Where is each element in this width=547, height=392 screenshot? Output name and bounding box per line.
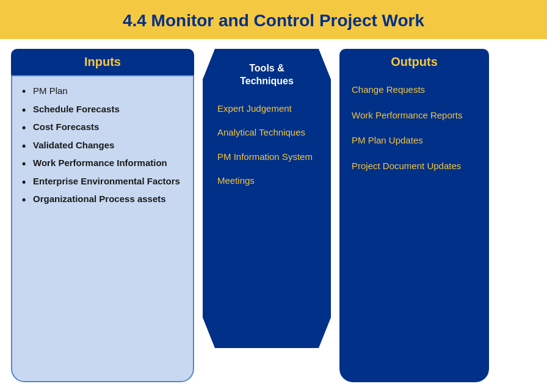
tools-column: Tools &Techniques Expert Judgement Analy…	[203, 49, 331, 382]
outputs-item-work-performance-reports: Work Performance Reports	[352, 109, 477, 122]
outputs-item-pm-plan-updates: PM Plan Updates	[352, 134, 477, 147]
outputs-body: Change Requests Work Performance Reports…	[339, 75, 489, 382]
inputs-body: PM Plan Schedule Forecasts Cost Forecast…	[11, 75, 194, 382]
inputs-list: PM Plan Schedule Forecasts Cost Forecast…	[22, 85, 183, 205]
tools-item-analytical: Analytical Techniques	[212, 126, 321, 139]
list-item: Cost Forecasts	[22, 121, 183, 133]
list-item: Organizational Process assets	[22, 193, 183, 205]
outputs-item-project-document-updates: Project Document Updates	[352, 160, 477, 172]
inputs-header: Inputs	[11, 49, 194, 75]
tools-item-pm-info: PM Information System	[212, 151, 321, 163]
list-item: Enterprise Environmental Factors	[22, 175, 183, 187]
title-banner: 4.4 Monitor and Control Project Work	[0, 0, 547, 39]
page-wrapper: 4.4 Monitor and Control Project Work Inp…	[0, 0, 547, 392]
outputs-item-change-requests: Change Requests	[352, 84, 477, 96]
page-title: 4.4 Monitor and Control Project Work	[6, 11, 541, 31]
outputs-title: Outputs	[391, 55, 438, 68]
list-item: Schedule Forecasts	[22, 103, 183, 115]
outputs-column: Outputs Change Requests Work Performance…	[339, 49, 489, 382]
list-item: PM Plan	[22, 85, 183, 97]
list-item: Work Performance Information	[22, 157, 183, 169]
inputs-title: Inputs	[84, 55, 121, 68]
tools-shape: Tools &Techniques Expert Judgement Analy…	[203, 49, 331, 348]
tools-header: Tools &Techniques	[240, 62, 294, 88]
tools-title: Tools &Techniques	[240, 63, 294, 86]
tools-item-expert: Expert Judgement	[212, 103, 321, 115]
tools-item-meetings: Meetings	[212, 175, 321, 187]
list-item: Validated Changes	[22, 139, 183, 151]
main-content: Inputs PM Plan Schedule Forecasts Cost F…	[0, 39, 547, 392]
inputs-column: Inputs PM Plan Schedule Forecasts Cost F…	[11, 49, 194, 382]
outputs-header: Outputs	[339, 49, 489, 75]
